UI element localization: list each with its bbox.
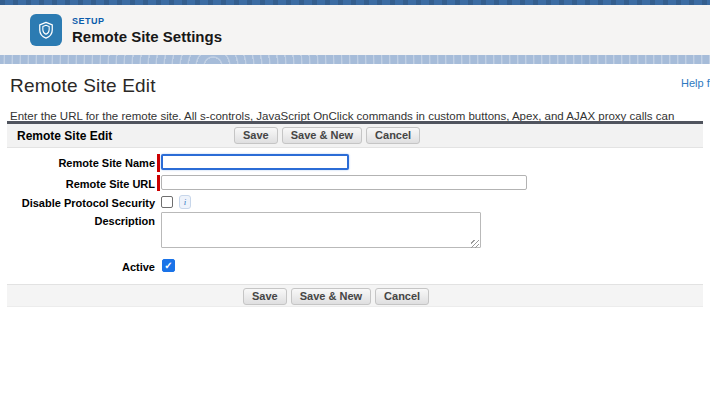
disable-protocol-security-checkbox[interactable]	[161, 196, 173, 208]
remote-site-url-input[interactable]	[161, 175, 527, 190]
checkmark-icon: ✓	[164, 260, 172, 271]
description-textarea[interactable]	[161, 212, 481, 248]
setup-page-title: Remote Site Settings	[72, 28, 222, 45]
remote-site-name-input[interactable]	[161, 154, 349, 170]
save-button-top[interactable]: Save	[234, 127, 278, 144]
save-and-new-button-bottom[interactable]: Save & New	[291, 288, 371, 305]
description-label: Description	[7, 212, 155, 227]
active-label: Active	[7, 258, 155, 273]
cancel-button-top[interactable]: Cancel	[366, 127, 420, 144]
decorative-pattern-strip	[0, 55, 710, 64]
remote-site-edit-section: Remote Site Edit Save Save & New Cancel …	[7, 121, 703, 307]
cancel-button-bottom[interactable]: Cancel	[375, 288, 429, 305]
section-title: Remote Site Edit	[7, 129, 112, 143]
save-button-bottom[interactable]: Save	[243, 288, 287, 305]
active-checkbox[interactable]: ✓	[162, 259, 175, 272]
help-link[interactable]: Help f	[681, 77, 710, 89]
required-indicator	[157, 154, 160, 172]
edit-form: Remote Site Name Remote Site URL Disable…	[7, 148, 703, 284]
required-indicator	[157, 175, 160, 191]
info-icon[interactable]: i	[179, 195, 191, 209]
section-header: Remote Site Edit Save Save & New Cancel	[7, 124, 703, 148]
setup-eyebrow: SETUP	[72, 16, 222, 26]
save-and-new-button-top[interactable]: Save & New	[282, 127, 362, 144]
setup-header: SETUP Remote Site Settings	[0, 5, 710, 55]
setup-icon-tile	[30, 14, 62, 46]
section-footer: Save Save & New Cancel	[7, 284, 703, 307]
remote-site-url-label: Remote Site URL	[7, 175, 155, 190]
disable-protocol-security-label: Disable Protocol Security	[7, 194, 155, 209]
textarea-resize-handle[interactable]	[471, 240, 479, 248]
page-title: Remote Site Edit	[10, 75, 700, 97]
remote-site-name-label: Remote Site Name	[7, 154, 155, 169]
shield-icon	[36, 20, 56, 40]
